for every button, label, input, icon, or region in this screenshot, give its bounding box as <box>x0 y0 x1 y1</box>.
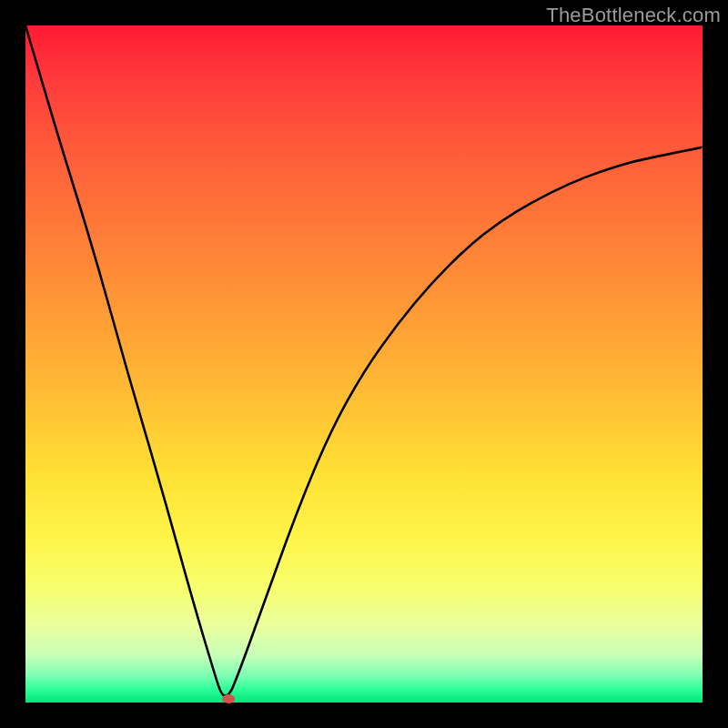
minimum-marker <box>222 694 235 703</box>
watermark-text: TheBottleneck.com <box>546 4 721 27</box>
bottleneck-curve <box>25 25 703 696</box>
chart-frame: TheBottleneck.com <box>0 0 728 728</box>
plot-area <box>25 25 703 703</box>
curve-svg <box>25 25 703 703</box>
